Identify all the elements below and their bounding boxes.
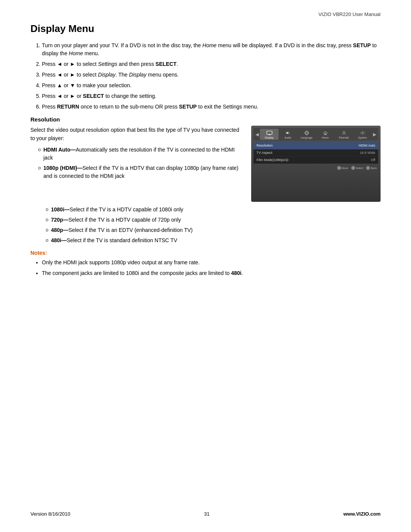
- footer-version: Version 8/16/2010: [30, 511, 70, 517]
- menu-row-tv-aspect: TV Aspect: 16:9 Wide: [253, 149, 378, 157]
- menu-row-resolution: Resolution HDMI Auto: [253, 142, 378, 149]
- page: VIZIO VBR220 User Manual Display Menu Tu…: [0, 0, 411, 532]
- resolution-text-block: Select the video output resolution optio…: [30, 126, 242, 202]
- step-3: Press ◄ or ► to select Display. The Disp…: [42, 71, 381, 79]
- resolution-options-list: HDMI Auto—Automatically sets the resolut…: [30, 146, 242, 180]
- svg-rect-6: [325, 134, 326, 135]
- tab-display: Display: [260, 129, 279, 140]
- page-title: Display Menu: [30, 23, 381, 35]
- svg-rect-1: [268, 134, 271, 135]
- tab-audio-label: Audio: [285, 136, 292, 139]
- step-1: Turn on your player and your TV. If a DV…: [42, 42, 381, 58]
- menu-screenshot: ◀ Display: [251, 126, 381, 202]
- tab-display-label: Display: [265, 136, 274, 139]
- option-480i: 480i—Select if the TV is standard defini…: [46, 236, 381, 244]
- step-2: Press ◄ or ► to select Settings and then…: [42, 60, 381, 68]
- tab-parental-label: Parental: [339, 136, 349, 139]
- footer-back: Back: [366, 166, 377, 170]
- footer-page-number: 31: [204, 511, 209, 517]
- option-720p: 720p—Select if the TV is a HDTV capable …: [46, 216, 381, 224]
- tab-parental: Parental: [335, 129, 353, 140]
- resolution-heading: Resolution: [30, 116, 381, 123]
- tab-arrow-right: ▶: [372, 132, 378, 137]
- steps-list: Turn on your player and your TV. If a DV…: [30, 42, 381, 111]
- step-5: Press ◄ or ► or SELECT to change the set…: [42, 92, 381, 100]
- note-1: Only the HDMI jack supports 1080p video …: [42, 258, 381, 267]
- option-480p: 480p—Select if the TV is an EDTV (enhanc…: [46, 226, 381, 234]
- system-icon: [359, 130, 366, 136]
- notes-heading: Notes:: [30, 250, 381, 256]
- audio-icon: [285, 130, 292, 136]
- svg-rect-0: [267, 131, 272, 134]
- note-2: The component jacks are limited to 1080i…: [42, 269, 381, 277]
- tab-arrow-left: ◀: [254, 132, 260, 137]
- select-icon: [351, 166, 355, 170]
- menu-rows: Resolution HDMI Auto TV Aspect: 16:9 Wid…: [253, 142, 378, 164]
- footer-move: Move: [337, 166, 348, 170]
- tab-home: Home: [316, 129, 335, 140]
- step-6: Press RETURN once to return to the sub-m…: [42, 103, 381, 111]
- option-1080p-hdmi: 1080p (HDMI)—Select if the TV is a HDTV …: [38, 164, 242, 180]
- menu-row-film-mode: Film Mode(1080p24): Off: [253, 157, 378, 164]
- svg-point-7: [343, 131, 345, 133]
- step-4: Press ▲ or ▼ to make your selection.: [42, 81, 381, 89]
- resolution-intro: Select the video output resolution optio…: [30, 126, 242, 143]
- tab-system: System: [353, 129, 372, 140]
- notes-list: Only the HDMI jack supports 1080p video …: [30, 258, 381, 278]
- language-icon: [303, 130, 310, 136]
- back-icon: [366, 166, 370, 170]
- display-icon: [266, 130, 273, 136]
- tab-home-label: Home: [322, 136, 329, 139]
- move-icon: [337, 166, 341, 170]
- footer-website: www.VIZIO.com: [343, 511, 381, 517]
- tab-system-label: System: [358, 136, 367, 139]
- menu-tab-bar: ◀ Display: [253, 128, 378, 141]
- menu-footer: Move Select Back: [253, 165, 378, 171]
- resolution-options-continued: 1080i—Select if the TV is a HDTV capable…: [30, 206, 381, 244]
- tab-language: Language: [297, 129, 316, 140]
- manual-title: VIZIO VBR220 User Manual: [319, 11, 381, 17]
- parental-icon: [341, 130, 347, 136]
- home-icon: [322, 130, 329, 136]
- footer-select: Select: [351, 166, 363, 170]
- svg-point-8: [362, 132, 363, 134]
- page-footer: Version 8/16/2010 31 www.VIZIO.com: [0, 511, 411, 517]
- tab-language-label: Language: [301, 136, 312, 139]
- tab-audio: Audio: [279, 129, 297, 140]
- resolution-container: Select the video output resolution optio…: [30, 126, 381, 202]
- option-hdmi-auto: HDMI Auto—Automatically sets the resolut…: [38, 146, 242, 162]
- option-1080i: 1080i—Select if the TV is a HDTV capable…: [46, 206, 381, 214]
